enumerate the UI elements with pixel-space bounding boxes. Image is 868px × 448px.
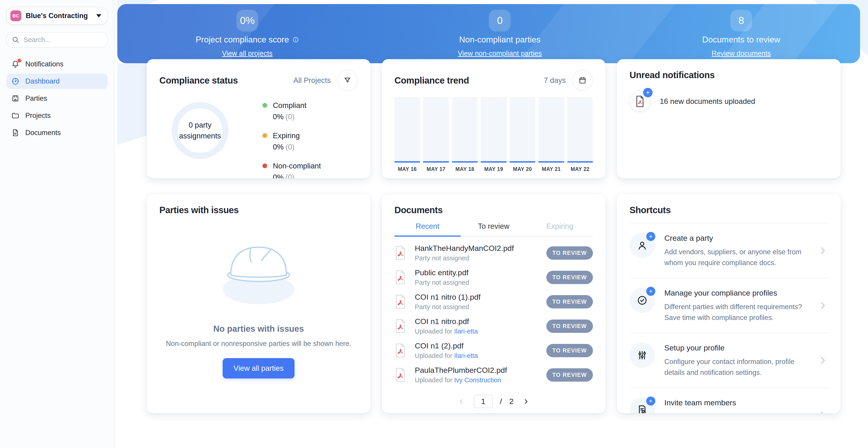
chevron-left-icon xyxy=(458,398,465,405)
document-row[interactable]: HankTheHandyManCOI2.pdf Party not assign… xyxy=(395,241,593,265)
shortcut-invite-team[interactable]: + Invite team members Invite co-workers … xyxy=(629,387,828,413)
next-page-button[interactable] xyxy=(521,396,531,407)
company-avatar: BC xyxy=(10,10,21,21)
document-row[interactable]: Public entity.pdf Party not assigned TO … xyxy=(395,265,593,289)
documents-tabs: Recent To review Expiring xyxy=(395,222,593,237)
total-pages: 2 xyxy=(509,397,514,406)
stat-value: 8 xyxy=(730,10,752,31)
shortcut-title: Setup your profile xyxy=(664,343,808,352)
document-subtext: Uploaded for Ilari-etta xyxy=(415,352,546,359)
info-icon[interactable] xyxy=(292,36,299,43)
document-row[interactable]: COI n1 (2).pdf Uploaded for Ilari-etta T… xyxy=(395,338,593,363)
search-box[interactable] xyxy=(6,32,107,47)
documents-list: HankTheHandyManCOI2.pdf Party not assign… xyxy=(395,241,593,387)
stat-value: 0% xyxy=(237,10,258,31)
document-row[interactable]: COI n1 nitro.pdf Uploaded for Ilari-etta… xyxy=(395,314,593,338)
trend-bar xyxy=(395,97,420,163)
party-link[interactable]: Ilari-etta xyxy=(454,328,478,335)
dashboard-cards: Compliance status All Projects 0 party a… xyxy=(147,59,841,413)
empty-state-subtitle: Non-compliant or nonresponsive parties w… xyxy=(166,340,351,348)
plus-badge-icon: + xyxy=(646,232,655,241)
sidebar-item-label: Projects xyxy=(25,111,51,120)
stat-label: Documents to review xyxy=(702,35,780,44)
pdf-file-icon xyxy=(395,319,407,333)
shortcut-create-party[interactable]: + Create a party Add vendors, suppliers,… xyxy=(629,223,828,278)
hard-hat-illustration xyxy=(208,233,309,308)
stat-label: Project compliance score xyxy=(195,35,299,44)
date-range-label[interactable]: 7 days xyxy=(544,76,566,85)
tab-expiring[interactable]: Expiring xyxy=(527,222,593,237)
chevron-down-icon xyxy=(96,14,101,18)
compliance-status-card: Compliance status All Projects 0 party a… xyxy=(147,59,370,178)
notification-item[interactable]: + 16 new documents uploaded xyxy=(629,91,828,112)
document-name: Public entity.pdf xyxy=(415,268,546,277)
sidebar-item-projects[interactable]: Projects xyxy=(6,108,107,123)
sidebar-item-documents[interactable]: Documents xyxy=(6,125,107,140)
bell-icon xyxy=(11,60,20,69)
plus-badge-icon: + xyxy=(643,88,653,97)
stat-noncompliant-parties: 0 Non-compliant parties View non-complia… xyxy=(377,10,622,58)
document-name: COI n1 nitro (1).pdf xyxy=(415,292,546,302)
document-subtext: Party not assigned xyxy=(415,303,546,311)
company-name: Blue's Contracting xyxy=(26,12,92,20)
stat-label: Non-compliant parties xyxy=(459,35,540,44)
sidebar-item-notifications[interactable]: Notifications xyxy=(6,57,107,72)
card-title: Compliance status xyxy=(159,75,238,85)
funnel-icon xyxy=(343,76,351,84)
chevron-right-icon xyxy=(522,398,530,405)
previous-page-button[interactable] xyxy=(456,396,467,407)
calendar-icon xyxy=(579,76,587,84)
tab-to-review[interactable]: To review xyxy=(461,222,527,237)
card-title: Parties with issues xyxy=(159,205,239,215)
trend-bar xyxy=(510,97,535,163)
status-badge: TO REVIEW xyxy=(546,246,593,260)
shortcut-setup-profile[interactable]: Setup your profile Configure your contac… xyxy=(629,333,828,387)
document-name: COI n1 (2).pdf xyxy=(415,341,546,350)
status-badge: TO REVIEW xyxy=(546,368,593,382)
party-link[interactable]: Ivy Construction xyxy=(454,376,501,384)
sidebar-item-dashboard[interactable]: Dashboard xyxy=(6,74,107,89)
trend-bar xyxy=(538,97,564,163)
document-name: PaulaThePlumberCOI2.pdf xyxy=(415,366,546,375)
review-documents-link[interactable]: Review documents xyxy=(712,49,771,58)
shortcut-title: Create a party xyxy=(664,234,808,243)
shortcuts-list: + Create a party Add vendors, suppliers,… xyxy=(629,223,828,413)
chevron-right-icon xyxy=(817,410,828,413)
status-badge: TO REVIEW xyxy=(546,319,593,333)
stat-compliance-score: 0% Project compliance score View all pro… xyxy=(117,10,377,58)
stat-value: 0 xyxy=(489,10,510,31)
tab-recent[interactable]: Recent xyxy=(395,222,461,237)
expiring-dot xyxy=(262,133,267,138)
sidebar-item-label: Dashboard xyxy=(25,77,60,85)
legend-item-expiring: Expiring 0%(0) xyxy=(262,131,321,151)
unread-notifications-card: Unread notifications + 16 new documents … xyxy=(617,59,841,178)
party-link[interactable]: Ilari-etta xyxy=(454,352,478,359)
company-selector[interactable]: BC Blue's Contracting xyxy=(6,7,107,25)
document-row[interactable]: COI n1 nitro (1).pdf Party not assigned … xyxy=(395,289,593,314)
stats-banner: 0% Project compliance score View all pro… xyxy=(117,4,860,63)
shortcut-manage-profiles[interactable]: + Manage your compliance profiles Differ… xyxy=(629,278,828,333)
view-all-projects-link[interactable]: View all projects xyxy=(222,49,272,58)
current-page-box[interactable]: 1 xyxy=(474,395,493,408)
document-row[interactable]: PaulaThePlumberCOI2.pdf Uploaded for Ivy… xyxy=(395,363,593,387)
trend-bar xyxy=(567,97,593,163)
plus-badge-icon: + xyxy=(646,287,655,296)
document-icon xyxy=(11,128,20,137)
app-root: BC Blue's Contracting Notifications Dash… xyxy=(0,0,868,448)
legend-item-compliant: Compliant 0%(0) xyxy=(262,101,321,121)
shortcut-title: Manage your compliance profiles xyxy=(664,288,808,298)
view-all-parties-button[interactable]: View all parties xyxy=(223,358,294,378)
view-noncompliant-parties-link[interactable]: View non-compliant parties xyxy=(458,49,542,58)
shortcut-description: Configure your contact information, prof… xyxy=(664,356,808,378)
sidebar-item-parties[interactable]: Parties xyxy=(6,91,107,106)
projects-filter-label[interactable]: All Projects xyxy=(293,76,331,85)
sliders-icon xyxy=(629,343,655,368)
shortcut-description: Invite co-workers to join your account a… xyxy=(664,411,808,413)
search-input[interactable] xyxy=(24,36,102,43)
calendar-button[interactable] xyxy=(572,70,593,91)
filter-button[interactable] xyxy=(337,70,358,91)
chevron-right-icon xyxy=(817,245,828,256)
legend-item-noncompliant: Non-compliant 0%(0) xyxy=(262,162,321,178)
shortcut-description: Add vendors, suppliers, or anyone else f… xyxy=(664,247,808,268)
trend-bar xyxy=(423,97,449,163)
